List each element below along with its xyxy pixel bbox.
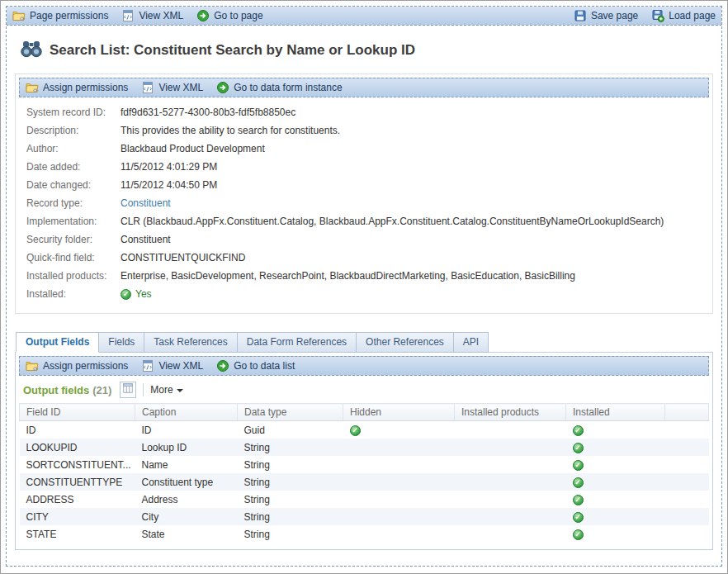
cell-installed-products xyxy=(455,439,566,456)
table-row[interactable]: CITY City String ✓ xyxy=(20,508,709,525)
tab-fields[interactable]: Fields xyxy=(99,332,144,353)
installed-value: Yes xyxy=(135,288,152,300)
view-xml-label: View XML xyxy=(158,360,203,372)
cell-hidden xyxy=(343,473,455,491)
property-label: Date added: xyxy=(26,161,121,173)
load-page-label: Load page xyxy=(669,10,716,21)
save-disk-icon xyxy=(574,9,587,22)
cell-data-type: String xyxy=(238,456,343,473)
tab-bar: Output Fields Fields Task References Dat… xyxy=(16,332,713,353)
tab-task-references[interactable]: Task References xyxy=(144,332,237,353)
tab-data-form-references[interactable]: Data Form References xyxy=(238,332,357,353)
cell-installed-products xyxy=(455,508,566,525)
go-to-data-list-label: Go to data list xyxy=(234,360,295,372)
output-fields-list-header: Output fields (21) More xyxy=(19,376,709,403)
cell-caption: Lookup ID xyxy=(135,439,238,456)
column-header-hidden[interactable]: Hidden xyxy=(343,404,455,421)
check-icon: ✓ xyxy=(121,289,131,300)
column-chooser-icon xyxy=(122,382,134,397)
cell-hidden xyxy=(343,456,455,473)
page-toolbar: Page permissions View XML Go to page xyxy=(6,6,722,26)
table-row[interactable]: CONSTITUENTTYPE Constituent type String … xyxy=(20,473,709,491)
property-value: CLR (Blackbaud.AppFx.Constituent.Catalog… xyxy=(121,216,664,227)
detail-toolbar: Assign permissions View XML Go to data f… xyxy=(19,78,709,97)
table-row[interactable]: ADDRESS Address String ✓ xyxy=(20,491,709,508)
tab-output-fields[interactable]: Output Fields xyxy=(16,332,99,353)
column-header-data-type[interactable]: Data type xyxy=(238,404,343,421)
cell-hidden xyxy=(343,508,455,525)
property-row: Author: Blackbaud Product Development xyxy=(26,143,704,154)
cell-spacer xyxy=(665,421,709,439)
design-mode-outline: Page permissions View XML Go to page xyxy=(6,6,722,567)
tab-other-references[interactable]: Other References xyxy=(357,332,454,353)
table-row[interactable]: SORTCONSTITUENT... Name String ✓ xyxy=(20,456,709,473)
caret-down-icon xyxy=(177,389,183,392)
column-chooser-button[interactable] xyxy=(120,382,136,398)
xml-document-icon xyxy=(141,81,154,94)
column-header-field-id[interactable]: Field ID xyxy=(20,404,135,421)
installed-status: ✓Yes xyxy=(121,288,152,300)
cell-field-id: ADDRESS xyxy=(20,491,135,508)
property-label: Installed: xyxy=(26,288,121,300)
cell-data-type: Guid xyxy=(238,421,343,439)
tab-api[interactable]: API xyxy=(454,332,489,353)
cell-installed-products xyxy=(455,456,566,473)
load-page-button[interactable]: Load page xyxy=(651,9,716,22)
page-toolbar-right: Save page Load page xyxy=(560,9,716,22)
toolbar-separator xyxy=(143,383,144,396)
cell-caption: City xyxy=(135,508,238,525)
table-row[interactable]: LOOKUPID Lookup ID String ✓ xyxy=(20,439,709,456)
view-xml-label: View XML xyxy=(158,82,203,93)
cell-caption: Address xyxy=(135,491,238,508)
go-to-page-button[interactable]: Go to page xyxy=(196,9,262,22)
cell-installed: ✓ xyxy=(566,491,665,508)
property-value: fdf9d631-5277-4300-80b3-fdf5fb8850ec xyxy=(121,107,295,118)
go-to-data-list-button[interactable]: Go to data list xyxy=(216,359,295,372)
check-icon: ✓ xyxy=(573,477,584,488)
table-row[interactable]: STATE State String ✓ xyxy=(20,525,709,543)
cell-data-type: String xyxy=(238,491,343,508)
assign-permissions-button[interactable]: Assign permissions xyxy=(26,359,128,372)
more-button[interactable]: More xyxy=(150,384,182,396)
page-permissions-button[interactable]: Page permissions xyxy=(12,9,108,22)
go-arrow-icon xyxy=(216,359,229,372)
check-icon: ✓ xyxy=(573,443,584,453)
cell-field-id: CONSTITUENTTYPE xyxy=(20,473,135,491)
cell-caption: Name xyxy=(135,456,238,473)
go-to-data-form-instance-button[interactable]: Go to data form instance xyxy=(216,81,342,94)
property-list: System record ID: fdf9d631-5277-4300-80b… xyxy=(19,97,709,310)
more-label: More xyxy=(150,384,173,396)
column-header-spacer xyxy=(665,404,709,421)
save-page-button[interactable]: Save page xyxy=(574,9,638,22)
cell-data-type: String xyxy=(238,508,343,525)
property-label: Date changed: xyxy=(26,179,121,191)
view-xml-button[interactable]: View XML xyxy=(141,81,203,94)
cell-installed: ✓ xyxy=(566,473,665,491)
cell-caption: State xyxy=(135,525,238,543)
cell-installed: ✓ xyxy=(566,508,665,525)
property-row: Date changed: 11/5/2012 4:04:50 PM xyxy=(26,179,704,191)
cell-data-type: String xyxy=(238,439,343,456)
search-list-binoculars-icon xyxy=(21,39,42,62)
cell-installed: ✓ xyxy=(566,456,665,473)
cell-installed: ✓ xyxy=(566,439,665,456)
property-label: Record type: xyxy=(26,197,121,209)
detail-panel: Assign permissions View XML Go to data f… xyxy=(15,74,713,314)
view-xml-button[interactable]: View XML xyxy=(121,9,183,22)
column-header-installed[interactable]: Installed xyxy=(566,404,665,421)
check-icon: ✓ xyxy=(573,460,584,471)
go-to-data-form-instance-label: Go to data form instance xyxy=(234,82,342,93)
view-xml-button[interactable]: View XML xyxy=(141,359,203,372)
record-type-link[interactable]: Constituent xyxy=(121,197,171,209)
column-header-installed-products[interactable]: Installed products xyxy=(455,404,566,421)
output-fields-count: (21) xyxy=(92,384,111,396)
property-row: Installed products: Enterprise, BasicDev… xyxy=(26,270,704,282)
property-label: System record ID: xyxy=(26,107,121,118)
cell-field-id: SORTCONSTITUENT... xyxy=(20,456,135,473)
cell-caption: ID xyxy=(135,421,238,439)
column-header-caption[interactable]: Caption xyxy=(135,404,238,421)
xml-document-icon xyxy=(141,359,154,372)
table-row[interactable]: ID ID Guid ✓ ✓ xyxy=(20,421,709,439)
assign-permissions-button[interactable]: Assign permissions xyxy=(26,81,128,94)
view-xml-label: View XML xyxy=(139,10,183,21)
